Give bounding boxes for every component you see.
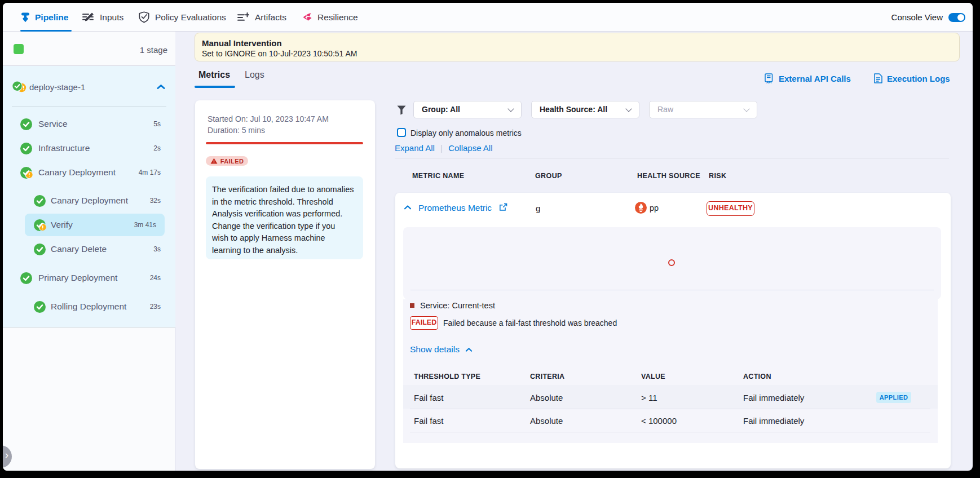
svg-text:API: API	[766, 81, 772, 84]
